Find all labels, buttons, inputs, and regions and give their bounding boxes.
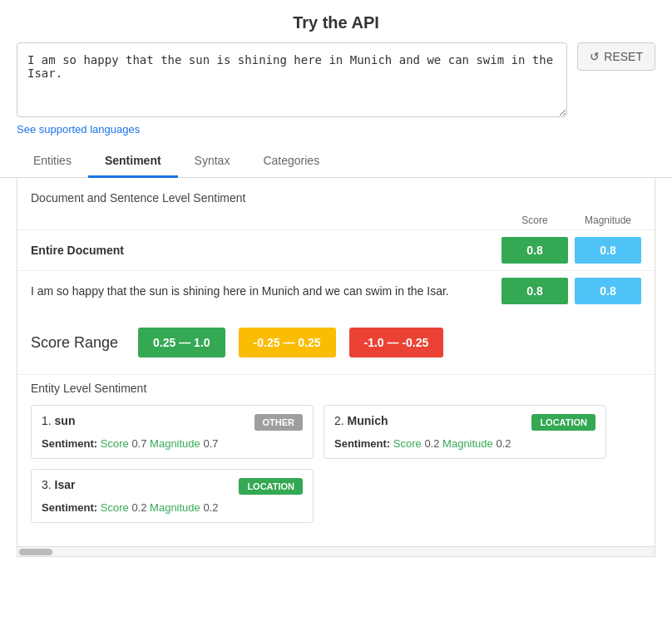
see-languages-container: See supported languages [0,117,672,145]
page-title: Try the API [0,0,672,42]
tabs-bar: Entities Sentiment Syntax Categories [0,145,672,178]
score-magnitude-header: Score Magnitude [17,211,655,229]
entity-tag-sun: OTHER [254,414,304,431]
entity-cards-row-1: 1. sun OTHER Sentiment: Score 0.7 Magnit… [17,405,655,469]
entity-section-title: Entity Level Sentiment [17,374,655,405]
entity-card-isar: 3. Isar LOCATION Sentiment: Score 0.2 Ma… [31,469,314,523]
scrollbar-thumb [19,549,52,555]
sentence-magnitude: 0.8 [575,278,641,304]
tab-entities[interactable]: Entities [17,145,88,178]
tab-sentiment[interactable]: Sentiment [88,145,178,178]
sentence-score: 0.8 [502,278,568,304]
see-languages-link[interactable]: See supported languages [17,123,140,136]
reset-button[interactable]: ↺ RESET [577,42,655,71]
entity-sentiment-isar: Sentiment: Score 0.2 Magnitude 0.2 [42,501,303,514]
entity-sentiment-munich: Sentiment: Score 0.2 Magnitude 0.2 [334,437,595,450]
content-area: Document and Sentence Level Sentiment Sc… [17,178,655,547]
input-area: I am so happy that the sun is shining he… [0,42,672,117]
reset-icon: ↺ [590,50,600,63]
entity-card-sun: 1. sun OTHER Sentiment: Score 0.7 Magnit… [31,405,314,459]
entire-document-magnitude: 0.8 [575,237,641,264]
entity-name-sun: 1. sun [42,414,75,427]
entity-cards-row-2: 3. Isar LOCATION Sentiment: Score 0.2 Ma… [17,469,655,533]
reset-label: RESET [604,50,643,63]
range-neutral: -0.25 — 0.25 [239,328,336,357]
tab-categories[interactable]: Categories [246,145,336,178]
entity-card-header-munich: 2. Munich LOCATION [334,414,595,431]
entity-card-munich: 2. Munich LOCATION Sentiment: Score 0.2 … [324,405,606,459]
entity-name-isar: 3. Isar [42,478,76,491]
api-text-input[interactable]: I am so happy that the sun is shining he… [17,42,567,117]
range-negative: -1.0 — -0.25 [349,328,444,357]
range-positive: 0.25 — 1.0 [138,328,225,357]
entity-tag-munich: LOCATION [531,414,595,431]
entity-card-header-sun: 1. sun OTHER [42,414,303,431]
sentence-row: I am so happy that the sun is shining he… [17,270,655,311]
entity-name-munich: 2. Munich [334,414,388,427]
sentence-text: I am so happy that the sun is shining he… [31,284,495,298]
score-range-section: Score Range 0.25 — 1.0 -0.25 — 0.25 -1.0… [17,311,655,374]
magnitude-header-label: Magnitude [575,214,641,226]
horizontal-scrollbar[interactable] [17,547,655,557]
score-range-label: Score Range [31,334,118,352]
entity-sentiment-sun: Sentiment: Score 0.7 Magnitude 0.7 [42,437,303,450]
sentiment-section-title: Document and Sentence Level Sentiment [17,178,655,211]
score-header-label: Score [502,214,568,226]
entity-tag-isar: LOCATION [239,478,303,495]
tab-syntax[interactable]: Syntax [178,145,247,178]
entity-card-header-isar: 3. Isar LOCATION [42,478,303,495]
entire-document-score: 0.8 [502,237,568,264]
entire-document-row: Entire Document 0.8 0.8 [17,229,655,270]
entire-document-label: Entire Document [31,244,495,257]
